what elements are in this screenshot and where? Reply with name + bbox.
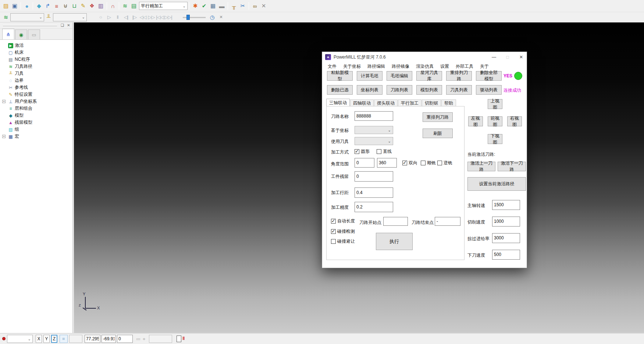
dialog-action-button[interactable]: 模型列表 xyxy=(416,85,442,95)
collision-check-checkbox[interactable] xyxy=(331,229,336,234)
auto-length-checkbox[interactable] xyxy=(331,219,336,224)
tree-item-macro[interactable]: + ▦ 宏 xyxy=(2,133,72,140)
tree-item-group[interactable]: + ▧ 组 xyxy=(2,126,72,133)
explorer-tab-trash[interactable]: ▭ xyxy=(28,29,40,39)
tool-star-icon[interactable]: ✱ xyxy=(191,1,200,10)
view-front-button[interactable]: 前视图 xyxy=(488,116,502,126)
play-icon[interactable]: ▷ xyxy=(105,13,113,21)
measure-field[interactable] xyxy=(149,335,172,343)
statusbar-combobox[interactable]: ⌄ xyxy=(7,335,33,343)
speed-input[interactable]: 3000 xyxy=(492,233,520,243)
ball-tool-icon[interactable]: ⊎ xyxy=(61,1,70,10)
dialog-titlebar[interactable]: ✦ PowerMILL 忆梦星河 7.0.6 — □ ✕ xyxy=(322,52,527,62)
explorer-tab-web[interactable]: ◉ xyxy=(15,29,27,39)
dialog-action-button[interactable]: 计算毛坯 xyxy=(357,71,383,81)
save-icon[interactable]: ▣ xyxy=(10,1,19,10)
dialog-action-button[interactable]: 删除已选 xyxy=(327,85,353,95)
search-models-icon[interactable]: ∞ xyxy=(250,1,259,10)
workplane-combobox[interactable]: ⌄ xyxy=(355,126,393,134)
tool-combobox[interactable]: ⌄ xyxy=(355,137,393,145)
dialog-action-button[interactable]: 刀路列表 xyxy=(387,85,412,95)
minimize-button[interactable]: — xyxy=(488,53,499,61)
collision-avoid-checkbox[interactable] xyxy=(331,239,336,244)
close-panel-icon[interactable]: ✕ xyxy=(66,23,71,28)
dialog-tab[interactable]: 平行加工 xyxy=(398,99,421,107)
axis-z-button[interactable]: Z xyxy=(51,335,57,343)
climb-mill-checkbox[interactable] xyxy=(421,161,426,165)
step-back-icon[interactable]: ◁| xyxy=(122,13,130,21)
pages-icon[interactable] xyxy=(177,336,181,342)
maximize-button[interactable]: □ xyxy=(502,53,513,61)
tree-item-feature-set[interactable]: + ✎ 特征设置 xyxy=(2,91,72,98)
draft-pencil-icon[interactable]: ✎ xyxy=(79,1,88,10)
drag-grip[interactable] xyxy=(3,25,57,26)
view-top-button[interactable]: 上视图 xyxy=(488,99,502,109)
tree-item-model[interactable]: + ◆ 模型 xyxy=(2,112,72,119)
sim-toolbar-close-icon[interactable]: ✕ xyxy=(217,13,225,22)
grid-size-field[interactable] xyxy=(69,335,82,343)
tool-pair-icon[interactable]: ╥ xyxy=(230,1,238,10)
dialog-tab[interactable]: 切割锯 xyxy=(422,99,441,107)
tool-holder-icon[interactable]: ▥ xyxy=(96,1,105,10)
tree-item-machine[interactable]: + ▢ 机床 xyxy=(2,49,72,56)
open-file-icon[interactable]: ▨ xyxy=(1,1,10,10)
activate-next-toolpath-button[interactable]: 激活下一刀路 xyxy=(498,162,526,171)
toolbar-close-icon[interactable]: ✕ xyxy=(259,1,268,10)
pause-icon[interactable]: ‖ xyxy=(114,13,121,21)
bidirectional-checkbox[interactable] xyxy=(402,161,407,165)
dialog-tab[interactable]: 三轴联动 xyxy=(326,99,350,107)
dialog-action-button[interactable]: 毛坯编辑 xyxy=(387,71,412,81)
slider-handle[interactable] xyxy=(186,15,190,20)
view-left-button[interactable]: 左视图 xyxy=(468,116,483,126)
expand-icon[interactable]: + xyxy=(2,100,6,103)
conventional-mill-checkbox[interactable] xyxy=(437,161,442,165)
tree-item-boundary[interactable]: + ◌ 边界 xyxy=(2,77,72,84)
close-button[interactable]: ✕ xyxy=(516,53,527,61)
step-forward-icon[interactable]: |▷ xyxy=(131,13,138,21)
toolpath-name-input[interactable] xyxy=(355,111,393,121)
tool-verify-icon[interactable]: ✔ xyxy=(200,1,209,10)
sim-speed-slider[interactable] xyxy=(183,14,206,21)
calculator-icon[interactable]: ▦ xyxy=(209,1,217,10)
dialog-action-button[interactable]: 星河刀具库 xyxy=(416,71,442,81)
scissors-icon[interactable]: ✂ xyxy=(238,1,247,10)
menu-item[interactable]: 路径编辑 xyxy=(364,62,388,71)
tree-item-activate[interactable]: + ► 激活 xyxy=(2,42,72,49)
rewind-icon[interactable]: ◁◁ xyxy=(139,13,147,21)
dialog-action-button[interactable]: 坐标列表 xyxy=(357,85,383,95)
strategy-list-icon[interactable]: ▤ xyxy=(129,1,138,10)
axis-x-button[interactable]: X xyxy=(36,335,42,343)
dialog-action-button[interactable]: 刀具列表 xyxy=(446,85,472,95)
tree-item-toolpath[interactable]: + ≋ 刀具路径 xyxy=(2,63,72,70)
u-slot-tool-icon[interactable]: ⊔ xyxy=(70,1,79,10)
dialog-tab[interactable]: 帮助 xyxy=(441,99,456,107)
clock-icon[interactable]: ◷ xyxy=(208,13,217,22)
tree-item-workplane[interactable]: + ⊥ 用户坐标系 xyxy=(2,98,72,105)
tree-item-nc-program[interactable]: + ▤ NC程序 xyxy=(2,56,72,63)
tree-item-levels[interactable]: + ≡ 层和组合 xyxy=(2,105,72,112)
expand-icon[interactable]: + xyxy=(2,135,6,138)
set-active-path-button[interactable]: 设置当前激活路径 xyxy=(467,177,526,191)
go-start-icon[interactable]: |◁◁ xyxy=(156,13,164,21)
view-right-button[interactable]: 右视图 xyxy=(507,116,522,126)
toolpath-spring-icon[interactable]: ≋ xyxy=(121,1,129,10)
ruler-icon[interactable]: ▬ xyxy=(217,1,226,10)
speed-input[interactable]: 1500 xyxy=(492,200,520,210)
activate-prev-toolpath-button[interactable]: 激活上一刀路 xyxy=(467,162,495,171)
view-bottom-button[interactable]: 下视图 xyxy=(488,134,502,144)
stepover-input[interactable] xyxy=(355,187,393,198)
collision-tool-icon[interactable]: ∩ xyxy=(108,1,117,10)
dialog-tab[interactable]: 四轴联动 xyxy=(350,99,374,107)
speed-input[interactable]: 500 xyxy=(492,250,520,260)
axis-y-button[interactable]: Y xyxy=(43,335,50,343)
sim-toolpath-combobox[interactable]: ⌄ xyxy=(10,13,44,21)
stock-block-icon[interactable]: ◆ xyxy=(35,1,43,10)
explorer-tab-tree[interactable]: ⋔ xyxy=(2,29,14,39)
toolpath-start-input[interactable] xyxy=(383,217,408,226)
angle-to-input[interactable] xyxy=(377,158,397,168)
pattern-points-icon[interactable]: ❖ xyxy=(88,1,96,10)
execute-button[interactable]: 执行 xyxy=(376,233,413,250)
print-preview-icon[interactable]: ● xyxy=(22,1,31,10)
tree-item-residual-model[interactable]: + ▲ 残留模型 xyxy=(2,119,72,126)
dialog-action-button[interactable]: 重排列刀路 xyxy=(446,71,472,81)
